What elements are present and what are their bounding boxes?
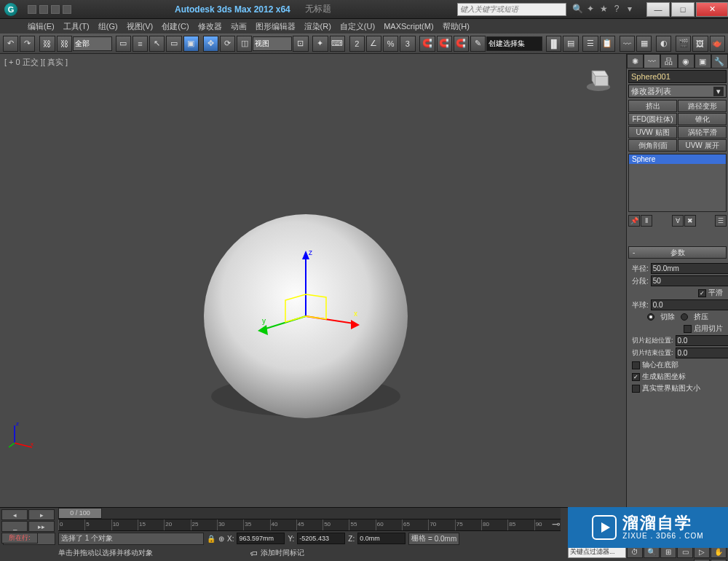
layer-mgr-icon[interactable]: 📋: [600, 36, 615, 52]
rotate-icon[interactable]: ⟳: [220, 36, 235, 52]
modifier-button[interactable]: 涡轮平滑: [678, 126, 727, 138]
pivot-icon[interactable]: ⊡: [293, 36, 308, 52]
close-button[interactable]: ✕: [696, 2, 728, 17]
menu-item[interactable]: MAXScript(M): [379, 22, 438, 31]
y-input[interactable]: [297, 533, 345, 544]
scale-icon[interactable]: ◫: [237, 36, 252, 52]
modifier-button[interactable]: 锥化: [678, 113, 727, 125]
qa-btn[interactable]: [51, 5, 60, 14]
slice-on-checkbox[interactable]: [684, 325, 692, 333]
modifier-stack[interactable]: Sphere: [628, 154, 727, 212]
lock-icon[interactable]: 🔒: [207, 535, 215, 543]
menu-item[interactable]: 帮助(H): [438, 21, 474, 32]
snap-3d-icon[interactable]: 3: [400, 36, 415, 52]
object-name-field[interactable]: Sphere001: [628, 70, 727, 83]
play-icon[interactable]: ▸▸: [28, 521, 55, 532]
coord-icon[interactable]: ⊕: [218, 535, 224, 543]
qa-btn[interactable]: [28, 5, 36, 14]
make-unique-icon[interactable]: ∀: [672, 215, 684, 227]
binoculars-icon[interactable]: 🔍: [571, 4, 583, 15]
qa-btn[interactable]: [63, 5, 71, 14]
tag-icon[interactable]: 🏷: [250, 549, 258, 557]
magnet-icon[interactable]: 🧲: [437, 36, 452, 52]
rect-select-icon[interactable]: ▭: [166, 36, 181, 52]
frame-display[interactable]: 0 / 100: [58, 508, 102, 519]
menu-item[interactable]: 动画: [226, 21, 251, 32]
squash-radio[interactable]: [681, 313, 688, 321]
menu-item[interactable]: 工具(T): [59, 21, 94, 32]
menu-item[interactable]: 修改器: [194, 21, 226, 32]
modifier-list-dropdown[interactable]: 修改器列表▾: [628, 85, 727, 98]
modifier-button[interactable]: UVW 展开: [678, 139, 727, 152]
align-icon[interactable]: ▤: [563, 36, 578, 52]
render-setup-icon[interactable]: 🎬: [676, 36, 691, 52]
pin-stack-icon[interactable]: 📌: [628, 215, 640, 227]
key-icon[interactable]: ✦: [585, 4, 596, 15]
configure-icon[interactable]: ☰: [715, 215, 727, 227]
next-key-icon[interactable]: ▸: [28, 509, 55, 520]
slice-from-spinner[interactable]: ▴▾: [676, 335, 728, 346]
menu-item[interactable]: 自定义(U): [336, 21, 379, 32]
menu-item[interactable]: 渲染(R): [300, 21, 336, 32]
menu-item[interactable]: 创建(C): [157, 21, 193, 32]
modifier-button[interactable]: UVW 贴图: [628, 126, 677, 138]
modifier-button[interactable]: 倒角剖面: [628, 139, 677, 152]
app-logo-icon[interactable]: G: [4, 3, 17, 16]
show-result-icon[interactable]: Ⅱ: [641, 215, 652, 227]
select-icon[interactable]: ▭: [116, 36, 131, 52]
track-bar[interactable]: 051015202530354045505560657075808590: [58, 519, 561, 531]
star-icon[interactable]: ★: [598, 4, 609, 15]
menu-item[interactable]: 编辑(E): [23, 21, 59, 32]
render-frame-icon[interactable]: 🖼: [692, 36, 708, 52]
qa-btn[interactable]: [39, 5, 48, 14]
modifier-button[interactable]: FFD(圆柱体): [628, 113, 677, 125]
edit-sel-icon[interactable]: ✎: [470, 36, 486, 52]
stack-item[interactable]: Sphere: [629, 154, 726, 164]
modifier-button[interactable]: 路径变形: [678, 100, 727, 112]
rollout-header[interactable]: -参数: [628, 246, 727, 259]
cursor-icon[interactable]: ↖: [149, 36, 165, 52]
slice-to-spinner[interactable]: ▴▾: [676, 348, 728, 358]
x-input[interactable]: [237, 533, 285, 544]
viewport[interactable]: [ + 0 正交 ][ 真实 ] z x y: [0, 54, 626, 507]
undo-icon[interactable]: ↶: [3, 36, 18, 52]
modify-tab-icon[interactable]: 〰: [644, 54, 660, 68]
add-time-tag[interactable]: 添加时间标记: [261, 548, 304, 558]
selection-filter-dropdown[interactable]: 全部: [73, 36, 112, 51]
utilities-tab-icon[interactable]: 🔧: [711, 54, 728, 68]
select-name-icon[interactable]: ≡: [132, 36, 148, 52]
keyboard-icon[interactable]: ⌨: [330, 36, 345, 52]
render-icon[interactable]: 🫖: [710, 36, 725, 52]
mirror-icon[interactable]: ▐▌: [546, 36, 561, 52]
chop-radio[interactable]: [647, 313, 654, 321]
prev-key-icon[interactable]: ◂: [1, 509, 28, 520]
create-tab-icon[interactable]: ✺: [627, 54, 644, 68]
redo-icon[interactable]: ↷: [20, 36, 35, 52]
minimize-button[interactable]: —: [646, 2, 670, 17]
radius-spinner[interactable]: ▴▾: [651, 263, 728, 274]
gen-uv-checkbox[interactable]: ✓: [632, 373, 640, 381]
material-editor-icon[interactable]: ◐: [656, 36, 671, 52]
real-world-checkbox[interactable]: [632, 385, 640, 393]
set-key-icon[interactable]: ⎯: [1, 521, 28, 532]
curve-editor-icon[interactable]: 〰: [620, 36, 635, 52]
named-selection-dropdown[interactable]: 创建选择集: [486, 36, 542, 51]
help-icon[interactable]: ?: [611, 4, 622, 15]
magnet-icon[interactable]: 🧲: [419, 36, 435, 52]
motion-tab-icon[interactable]: ◉: [678, 54, 695, 68]
move-icon[interactable]: ✥: [203, 36, 218, 52]
snap-percent-icon[interactable]: %: [383, 36, 398, 52]
menu-item[interactable]: 组(G): [94, 21, 122, 32]
unlink-icon[interactable]: ⛓: [57, 36, 72, 52]
ref-coord-dropdown[interactable]: 视图: [253, 36, 292, 51]
magnet-icon[interactable]: 🧲: [454, 36, 469, 52]
dropdown-icon[interactable]: ▾: [624, 4, 636, 15]
snap-angle-icon[interactable]: ∠: [366, 36, 381, 52]
layers-icon[interactable]: ☰: [582, 36, 598, 52]
hemi-spinner[interactable]: ▴▾: [651, 299, 728, 310]
maximize-button[interactable]: □: [671, 2, 695, 17]
window-crossing-icon[interactable]: ▣: [183, 36, 199, 52]
modifier-button[interactable]: 挤出: [628, 100, 677, 112]
search-input[interactable]: 键入关键字或短语: [457, 3, 566, 16]
hierarchy-tab-icon[interactable]: 品: [660, 54, 677, 68]
